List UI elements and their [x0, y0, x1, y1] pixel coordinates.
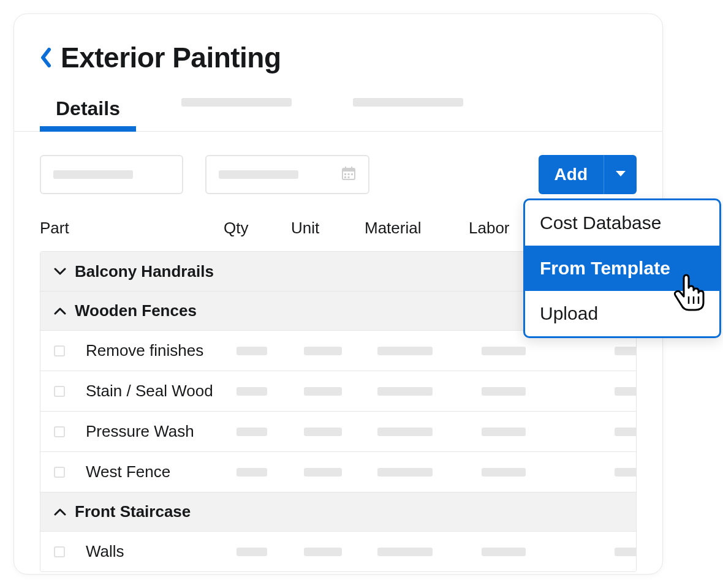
table-row[interactable]: Pressure Wash: [40, 411, 636, 451]
page-header: Exterior Painting: [14, 14, 662, 80]
placeholder-bar: [53, 170, 133, 179]
placeholder-bar: [237, 387, 267, 396]
group-label: Balcony Handrails: [75, 262, 214, 281]
checkbox[interactable]: [54, 546, 65, 557]
table-row[interactable]: Walls: [40, 531, 636, 571]
placeholder-bar: [482, 548, 526, 556]
tab-details-label: Details: [56, 97, 120, 119]
date-input[interactable]: [205, 155, 369, 194]
placeholder-bar: [615, 387, 637, 396]
col-material: Material: [365, 219, 469, 238]
add-dropdown-toggle[interactable]: [604, 155, 637, 194]
placeholder-bar: [353, 98, 463, 107]
placeholder-bar: [219, 170, 298, 179]
row-label: Remove finishes: [78, 341, 237, 360]
placeholder-bar: [237, 468, 267, 477]
checkbox[interactable]: [54, 345, 65, 356]
placeholder-bar: [377, 468, 433, 477]
svg-rect-5: [348, 173, 350, 175]
col-part: Part: [40, 219, 224, 238]
dropdown-item-cost-database[interactable]: Cost Database: [525, 200, 719, 246]
group-row-front-staircase[interactable]: Front Staircase: [40, 492, 636, 531]
placeholder-bar: [615, 548, 637, 556]
svg-rect-1: [343, 168, 355, 172]
group-label: Wooden Fences: [75, 301, 197, 320]
tabs-bar: Details: [14, 80, 662, 132]
filter-input[interactable]: [40, 155, 183, 194]
row-label: West Fence: [78, 462, 237, 481]
svg-rect-2: [345, 167, 346, 170]
col-qty: Qty: [224, 219, 291, 238]
placeholder-bar: [304, 468, 342, 477]
placeholder-bar: [615, 468, 637, 477]
placeholder-bar: [615, 347, 637, 355]
pointer-cursor-icon: [670, 272, 706, 316]
tab-placeholder-2[interactable]: [337, 98, 479, 131]
table-row[interactable]: West Fence: [40, 451, 636, 492]
add-split-button: Add: [539, 155, 637, 194]
svg-rect-8: [348, 176, 350, 178]
row-label: Walls: [78, 542, 237, 561]
placeholder-bar: [237, 548, 267, 556]
placeholder-bar: [304, 428, 342, 436]
placeholder-bar: [615, 428, 637, 436]
placeholder-bar: [482, 428, 526, 436]
row-label: Pressure Wash: [78, 422, 237, 441]
tab-details[interactable]: Details: [40, 97, 136, 131]
add-button[interactable]: Add: [539, 155, 604, 194]
chevron-down-icon: [54, 267, 66, 276]
svg-rect-7: [344, 176, 346, 178]
checkbox[interactable]: [54, 467, 65, 478]
chevron-up-icon: [54, 508, 66, 516]
page-title: Exterior Painting: [61, 41, 281, 74]
calendar-icon: [341, 166, 356, 183]
toolbar: Add: [14, 132, 662, 208]
placeholder-bar: [482, 347, 526, 355]
col-unit: Unit: [291, 219, 365, 238]
svg-rect-3: [351, 167, 352, 170]
placeholder-bar: [377, 347, 433, 355]
row-label: Stain / Seal Wood: [78, 382, 237, 401]
group-label: Front Staircase: [75, 502, 191, 521]
chevron-up-icon: [54, 307, 66, 315]
tab-placeholder-1[interactable]: [165, 98, 308, 131]
placeholder-bar: [237, 347, 267, 355]
back-icon[interactable]: [40, 47, 52, 68]
placeholder-bar: [482, 468, 526, 477]
checkbox[interactable]: [54, 426, 65, 437]
placeholder-bar: [482, 387, 526, 396]
placeholder-bar: [181, 98, 292, 107]
checkbox[interactable]: [54, 386, 65, 397]
placeholder-bar: [304, 548, 342, 556]
svg-rect-4: [344, 173, 346, 175]
placeholder-bar: [377, 428, 433, 436]
caret-down-icon: [615, 170, 626, 179]
placeholder-bar: [304, 347, 342, 355]
placeholder-bar: [304, 387, 342, 396]
svg-rect-6: [351, 173, 353, 175]
add-dropdown-menu: Cost Database From Template Upload: [523, 198, 721, 338]
placeholder-bar: [377, 548, 433, 556]
table-row[interactable]: Stain / Seal Wood: [40, 371, 636, 411]
placeholder-bar: [377, 387, 433, 396]
placeholder-bar: [237, 428, 267, 436]
